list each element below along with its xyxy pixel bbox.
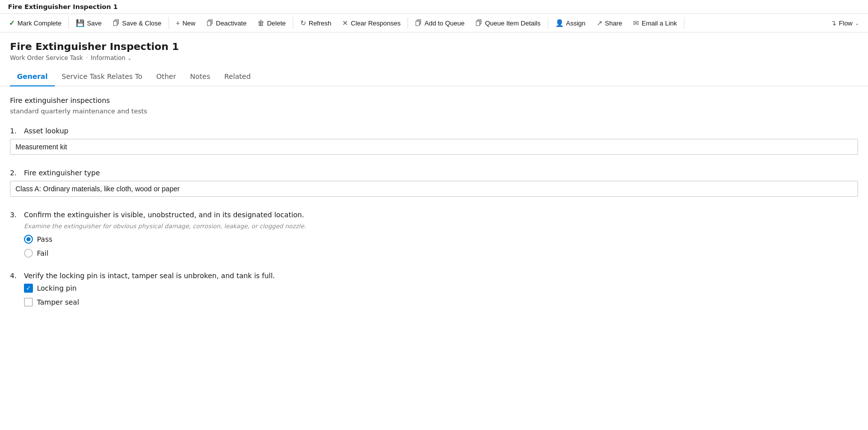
checkbox-tamper-seal[interactable]: Tamper seal — [24, 298, 858, 307]
window-title: Fire Extinguisher Inspection 1 — [8, 3, 118, 10]
tab-service-task-relates-to[interactable]: Service Task Relates To — [55, 67, 150, 86]
radio-pass-circle — [24, 235, 33, 244]
question-2-num: 2. — [10, 169, 20, 177]
new-button[interactable]: + New — [171, 16, 201, 30]
email-link-button[interactable]: ✉ Email a Link — [628, 16, 682, 30]
tabs: General Service Task Relates To Other No… — [0, 67, 868, 86]
section-desc-title: Fire extinguisher inspections — [10, 96, 858, 104]
separator-3 — [293, 17, 293, 29]
breadcrumb-part2[interactable]: Information ⌄ — [91, 54, 132, 61]
separator-2 — [169, 17, 169, 29]
share-button[interactable]: ↗ Share — [592, 16, 628, 30]
question-3-label: Confirm the extinguisher is visible, uno… — [24, 211, 304, 219]
checkmark-icon: ✓ — [9, 19, 15, 27]
assign-icon: 👤 — [555, 19, 564, 27]
mark-complete-button[interactable]: ✓ Mark Complete — [4, 16, 66, 30]
save-button[interactable]: 💾 Save — [71, 16, 107, 30]
queue-item-details-button[interactable]: 🗍 Queue Item Details — [470, 16, 545, 30]
separator-4 — [408, 17, 408, 29]
flow-button[interactable]: ↴ Flow ⌄ — [826, 16, 864, 30]
question-4-label: Verify the locking pin is intact, tamper… — [24, 272, 275, 280]
radio-pass-label: Pass — [37, 235, 52, 243]
title-bar: Fire Extinguisher Inspection 1 — [0, 0, 868, 14]
tab-related[interactable]: Related — [217, 67, 257, 86]
deactivate-icon: 🗍 — [207, 19, 214, 27]
content-area: Fire extinguisher inspections standard q… — [0, 86, 868, 341]
email-icon: ✉ — [633, 19, 639, 27]
question-1-label: Asset lookup — [24, 127, 68, 135]
question-3: 3. Confirm the extinguisher is visible, … — [10, 211, 858, 258]
separator-5 — [548, 17, 548, 29]
page-title: Fire Extinguisher Inspection 1 — [10, 40, 858, 52]
radio-pass[interactable]: Pass — [24, 235, 858, 244]
section-desc-sub: standard quarterly maintenance and tests — [10, 107, 858, 115]
question-2-label: Fire extinguisher type — [24, 169, 100, 177]
question-1-num: 1. — [10, 127, 20, 135]
save-close-button[interactable]: 🗍 Save & Close — [108, 16, 167, 30]
tab-other[interactable]: Other — [149, 67, 183, 86]
tab-general[interactable]: General — [10, 67, 55, 86]
question-3-num: 3. — [10, 211, 20, 219]
refresh-button[interactable]: ↻ Refresh — [295, 16, 337, 30]
breadcrumb-part1[interactable]: Work Order Service Task — [10, 54, 83, 61]
clear-icon: ✕ — [342, 19, 348, 27]
breadcrumb-chevron-icon: ⌄ — [127, 55, 131, 61]
share-icon: ↗ — [597, 19, 603, 27]
question-4-num: 4. — [10, 272, 20, 280]
question-3-radio-group: Pass Fail — [24, 235, 858, 258]
save-close-icon: 🗍 — [113, 19, 120, 27]
page-header: Fire Extinguisher Inspection 1 Work Orde… — [0, 32, 868, 61]
save-icon: 💾 — [76, 19, 84, 27]
checkbox-tamper-seal-label: Tamper seal — [37, 298, 79, 306]
plus-icon: + — [176, 19, 180, 27]
queue-details-icon: 🗍 — [475, 19, 482, 27]
flow-chevron-icon: ⌄ — [855, 20, 859, 26]
queue-add-icon: 🗍 — [415, 19, 422, 27]
question-4: 4. Verify the locking pin is intact, tam… — [10, 272, 858, 307]
clear-responses-button[interactable]: ✕ Clear Responses — [337, 16, 406, 30]
question-2: 2. Fire extinguisher type — [10, 169, 858, 197]
question-2-input[interactable] — [10, 181, 858, 197]
checkbox-locking-pin-box — [24, 284, 33, 293]
radio-fail-circle — [24, 249, 33, 258]
breadcrumb-separator: · — [86, 54, 88, 61]
tab-notes[interactable]: Notes — [183, 67, 217, 86]
toolbar: ✓ Mark Complete 💾 Save 🗍 Save & Close + … — [0, 14, 868, 32]
checkbox-locking-pin-label: Locking pin — [37, 284, 77, 292]
flow-icon: ↴ — [831, 19, 837, 27]
question-1-input[interactable] — [10, 139, 858, 155]
deactivate-button[interactable]: 🗍 Deactivate — [202, 16, 251, 30]
delete-button[interactable]: 🗑 Delete — [252, 16, 291, 30]
question-1: 1. Asset lookup — [10, 127, 858, 155]
separator-6 — [684, 17, 684, 29]
separator-1 — [68, 17, 69, 29]
assign-button[interactable]: 👤 Assign — [550, 16, 591, 30]
add-to-queue-button[interactable]: 🗍 Add to Queue — [410, 16, 469, 30]
question-3-hint: Examine the extinguisher for obvious phy… — [24, 223, 858, 230]
radio-fail[interactable]: Fail — [24, 249, 858, 258]
question-4-checkbox-group: Locking pin Tamper seal — [24, 284, 858, 307]
checkbox-tamper-seal-box — [24, 298, 33, 307]
radio-fail-label: Fail — [37, 249, 48, 257]
breadcrumb: Work Order Service Task · Information ⌄ — [10, 54, 858, 61]
trash-icon: 🗑 — [257, 19, 264, 27]
refresh-icon: ↻ — [300, 19, 306, 27]
checkbox-locking-pin[interactable]: Locking pin — [24, 284, 858, 293]
